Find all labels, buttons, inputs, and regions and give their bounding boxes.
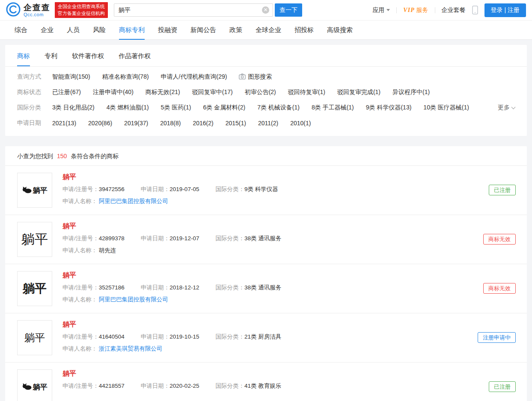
trademark-fields: 申请/注册号：35257186 申请日期：2018-12-12 国际分类：38类… (62, 284, 281, 291)
filter-option[interactable]: 注册申请中(40) (93, 88, 134, 96)
chevron-down-icon (511, 105, 516, 109)
tab-trademark[interactable]: 商标 (17, 45, 30, 66)
trademark-name-link[interactable]: 躺平 (62, 222, 281, 230)
app-menu[interactable]: 应用 (372, 6, 390, 14)
apply-date-label: 申请日期： (141, 186, 170, 192)
nav-item-general[interactable]: 综合 (15, 21, 27, 40)
trademark-name-link[interactable]: 躺平 (62, 173, 278, 181)
trademark-image-text: 躺平 (33, 382, 48, 392)
filter-option[interactable]: 5类 医药(1) (161, 104, 191, 112)
filter-label: 申请日期 (17, 119, 52, 127)
nav-item-news-announcement[interactable]: 新闻公告 (190, 21, 216, 40)
filter-option[interactable]: 8类 手工器械(1) (312, 104, 354, 112)
trademark-image[interactable]: 躺平 (17, 320, 52, 355)
intl-class-label: 国际分类： (215, 235, 244, 242)
apply-date-label: 申请日期： (141, 333, 170, 340)
filter-option[interactable]: 2019(37) (124, 120, 148, 127)
trademark-image[interactable]: 躺平 (17, 271, 52, 306)
trademark-name-link[interactable]: 躺平 (62, 370, 281, 377)
login-register-button[interactable]: 登录 | 注册 (484, 3, 526, 17)
nav-item-personnel[interactable]: 人员 (67, 21, 80, 40)
certification-badge-line1: 全国企业信用查询系统 (58, 3, 105, 10)
apply-date-label: 申请日期： (141, 284, 170, 291)
image-search-option[interactable]: 图形搜索 (239, 73, 272, 81)
more-label: 更多 (498, 104, 510, 112)
filter-option[interactable]: 2010(1) (290, 120, 311, 127)
filter-row-query-method: 查询方式 智能查询(150) 精准名称查询(78) 申请人/代理机构查询(29) (17, 69, 515, 85)
tab-software-copyright[interactable]: 软件著作权 (72, 45, 104, 66)
trademark-result-item: 躺平 躺平 申请/注册号：42899378 申请日期：2019-12-07 国际… (5, 215, 527, 264)
qcc-logo[interactable]: 企查查 Qcc.com (6, 2, 51, 18)
apply-date-value: 2019-10-15 (169, 333, 199, 340)
intl-class-label: 国际分类： (215, 186, 244, 192)
trademark-name-link[interactable]: 躺平 (62, 321, 281, 328)
trademark-fields: 申请/注册号：44218557 申请日期：2020-02-25 国际分类：41类… (62, 383, 281, 389)
reg-no-value: 39472556 (99, 186, 125, 192)
main-nav: 综合 企业 人员 风险 商标专利 投融资 新闻公告 政策 全球企业 招投标 高级… (0, 21, 532, 40)
applicant-line: 申请人名称： 浙江素美琪贸易有限公司 (62, 345, 281, 352)
cat-icon (22, 383, 32, 391)
applicant-label: 申请人名称： (62, 345, 97, 352)
filter-option[interactable]: 6类 金属材料(2) (203, 104, 245, 112)
nav-item-risk[interactable]: 风险 (93, 21, 106, 40)
trademark-image[interactable]: 躺平 (17, 173, 52, 208)
tab-patent[interactable]: 专利 (45, 45, 57, 66)
filter-option[interactable]: 驳回复审中(17) (192, 88, 233, 96)
filter-option[interactable]: 驳回待复审(1) (288, 88, 325, 96)
certification-badge: 全国企业信用查询系统 官方备案企业征信机构 (55, 2, 108, 18)
nav-item-tender-bidding[interactable]: 招投标 (294, 21, 314, 40)
qcc-logo-icon (6, 2, 21, 18)
top-header: 企查查 Qcc.com 全国企业信用查询系统 官方备案企业征信机构 ✕ 查一下 … (0, 0, 532, 21)
applicant-link[interactable]: 阿里巴巴集团控股有限公司 (99, 296, 168, 303)
filter-option[interactable]: 2021(13) (52, 120, 76, 127)
applicant-link[interactable]: 阿里巴巴集团控股有限公司 (99, 198, 168, 204)
filter-option[interactable]: 10类 医疗器械(1) (423, 104, 469, 112)
trademark-image[interactable]: 躺平 (17, 369, 52, 401)
clear-search-icon[interactable]: ✕ (262, 6, 269, 14)
mobile-app-icon[interactable] (472, 6, 478, 15)
nav-item-advanced-search[interactable]: 高级搜索 (327, 21, 353, 40)
nav-item-enterprise[interactable]: 企业 (41, 21, 53, 40)
vip-service-link[interactable]: VIP 服务 (403, 6, 428, 14)
logo-domain: Qcc.com (24, 12, 51, 17)
filter-option[interactable]: 2015(1) (226, 120, 246, 127)
search-input[interactable] (114, 3, 273, 17)
nav-item-global-enterprise[interactable]: 全球企业 (256, 21, 281, 40)
trademark-image[interactable]: 躺平 (17, 222, 52, 257)
filter-option[interactable]: 初审公告(2) (245, 88, 276, 96)
filter-option[interactable]: 2018(8) (160, 120, 181, 127)
nav-item-trademark-patent[interactable]: 商标专利 (119, 21, 145, 40)
apply-date-value: 2019-12-07 (169, 235, 199, 242)
more-classes-link[interactable]: 更多 (498, 104, 515, 112)
applicant-link[interactable]: 浙江素美琪贸易有限公司 (99, 345, 163, 352)
filter-option[interactable]: 4类 燃料油脂(1) (107, 104, 149, 112)
enterprise-package-link[interactable]: 企业套餐 (442, 6, 466, 14)
trademark-result-item: 躺平 躺平 申请/注册号：35257186 申请日期：2018-12-12 国际… (5, 264, 527, 313)
filter-option[interactable]: 3类 日化用品(2) (52, 104, 95, 112)
filter-label: 商标状态 (17, 88, 52, 96)
results-count: 150 (57, 153, 67, 159)
filter-option[interactable]: 异议程序中(1) (392, 88, 430, 96)
apply-date-label: 申请日期： (141, 383, 170, 389)
filter-option[interactable]: 2016(2) (193, 120, 213, 127)
filter-option[interactable]: 已注册(67) (52, 88, 81, 96)
filter-option[interactable]: 申请人/代理机构查询(29) (161, 73, 227, 81)
trademark-name-link[interactable]: 躺平 (62, 271, 281, 279)
apply-date-value: 2018-12-12 (169, 284, 199, 291)
tab-work-copyright[interactable]: 作品著作权 (119, 45, 151, 66)
nav-item-policy[interactable]: 政策 (229, 21, 242, 40)
applicant-label: 申请人名称： (62, 198, 97, 204)
filter-option[interactable]: 7类 机械设备(1) (257, 104, 300, 112)
filter-option[interactable]: 驳回复审完成(1) (337, 88, 380, 96)
filter-option[interactable]: 商标无效(21) (146, 88, 180, 96)
trademark-image-text: 躺平 (21, 230, 48, 248)
filter-option[interactable]: 9类 科学仪器(13) (366, 104, 412, 112)
intl-class-value: 38类 通讯服务 (244, 284, 281, 291)
filter-option[interactable]: 智能查询(150) (52, 73, 90, 81)
search-button[interactable]: 查一下 (275, 3, 302, 17)
filter-option[interactable]: 2020(86) (88, 120, 112, 127)
filter-option[interactable]: 2011(2) (258, 120, 278, 127)
intl-class-label: 国际分类： (215, 383, 244, 389)
filter-option[interactable]: 精准名称查询(78) (102, 73, 149, 81)
nav-item-investment-financing[interactable]: 投融资 (158, 21, 177, 40)
